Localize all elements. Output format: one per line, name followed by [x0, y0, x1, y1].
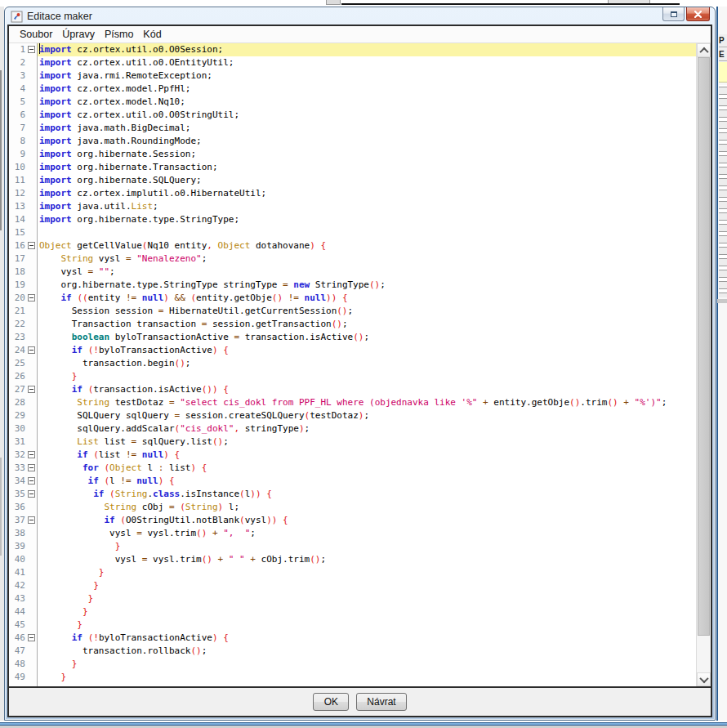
gutter-row: 3 — [9, 69, 37, 83]
code-line[interactable]: } — [38, 658, 696, 671]
fold-toggle-icon[interactable] — [28, 634, 35, 641]
code-line[interactable]: } — [38, 619, 696, 632]
code-line[interactable]: if (transaction.isActive()) { — [38, 383, 696, 396]
code-lines[interactable]: import cz.ortex.util.o0.O0Session;import… — [38, 43, 696, 686]
code-line[interactable]: List list = sqlQuery.list(); — [38, 435, 696, 449]
code-line[interactable]: } — [38, 579, 696, 592]
code-line[interactable]: String vysl = "Nenalezeno"; — [38, 252, 696, 266]
gutter-row: 8 — [9, 135, 37, 148]
code-line[interactable]: vysl = ""; — [38, 266, 696, 279]
fold-toggle-icon[interactable] — [28, 451, 35, 458]
fold-toggle-icon[interactable] — [28, 464, 35, 471]
close-button[interactable] — [686, 7, 710, 21]
code-line[interactable]: import java.util.List; — [38, 200, 696, 213]
gutter: 1234567891011121314151617181920212223242… — [9, 43, 38, 686]
code-editor[interactable]: 1234567891011121314151617181920212223242… — [9, 43, 711, 686]
scrollbar-track[interactable] — [697, 57, 711, 672]
code-line[interactable]: import java.math.RoundingMode; — [38, 135, 696, 148]
line-number: 12 — [9, 187, 26, 200]
code-line[interactable]: if (list != null) { — [38, 449, 696, 462]
fold-toggle-icon[interactable] — [28, 346, 35, 354]
gutter-row: 15 — [9, 226, 37, 239]
code-line[interactable]: for (Object l : list) { — [38, 462, 696, 475]
line-number: 50 — [9, 684, 26, 686]
code-line[interactable]: import cz.ortex.implutil.o0.HibernateUti… — [38, 187, 696, 200]
line-number: 32 — [9, 449, 26, 462]
code-line[interactable]: String cObj = (String) l; — [38, 501, 696, 514]
code-line[interactable]: vysl = vysl.trim() + ", "; — [38, 527, 696, 540]
background-toolbar-fragment: E — [719, 48, 727, 61]
code-line[interactable]: transaction.begin(); — [38, 357, 696, 370]
code-line[interactable]: vysl = vysl.trim() + " " + cObj.trim(); — [38, 553, 696, 566]
gutter-row: 19 — [9, 279, 37, 292]
line-number: 10 — [9, 161, 26, 174]
code-line[interactable]: import org.hibernate.type.StringType; — [38, 213, 696, 226]
code-line[interactable]: Transaction transaction = session.getTra… — [38, 318, 696, 331]
restore-button[interactable] — [662, 7, 685, 21]
line-number: 13 — [9, 200, 26, 213]
code-line[interactable]: sqlQuery.addScalar("cis_dokl", stringTyp… — [38, 422, 696, 435]
code-line[interactable]: import cz.ortex.util.o0.O0Session; — [38, 43, 696, 56]
code-line[interactable]: return vysl; — [38, 684, 696, 686]
fold-toggle-icon[interactable] — [28, 490, 35, 498]
gutter-row: 35 — [9, 488, 37, 501]
code-line[interactable]: if (l != null) { — [38, 475, 696, 488]
fold-toggle-icon[interactable] — [28, 46, 35, 53]
line-number: 42 — [9, 579, 26, 592]
code-line[interactable] — [38, 226, 696, 239]
chevron-up-icon — [699, 47, 708, 56]
code-line[interactable]: if (O0StringUtil.notBlank(vysl)) { — [38, 514, 696, 527]
code-line[interactable]: } — [38, 605, 696, 619]
code-line[interactable]: Object getCellValue(Nq10 entity, Object … — [38, 239, 696, 252]
code-line[interactable]: import cz.ortex.util.o0.O0StringUtil; — [38, 109, 696, 122]
menu-soubor[interactable]: Soubor — [15, 27, 57, 42]
code-line[interactable]: import java.rmi.RemoteException; — [38, 69, 696, 83]
code-line[interactable]: SQLQuery sqlQuery = session.createSQLQue… — [38, 409, 696, 422]
code-line[interactable]: } — [38, 566, 696, 579]
code-line[interactable]: import org.hibernate.Session; — [38, 148, 696, 161]
fold-toggle-icon[interactable] — [28, 516, 35, 524]
code-line[interactable]: import java.math.BigDecimal; — [38, 122, 696, 135]
titlebar[interactable]: Editace maker — [7, 7, 712, 25]
fold-toggle-icon[interactable] — [28, 386, 35, 393]
code-line[interactable]: transaction.rollback(); — [38, 645, 696, 658]
scroll-down-button[interactable] — [697, 672, 711, 686]
vertical-scrollbar[interactable] — [696, 43, 711, 686]
code-line[interactable]: } — [38, 370, 696, 383]
code-line[interactable]: if (!byloTransactionActive) { — [38, 632, 696, 645]
code-line[interactable]: } — [38, 540, 696, 553]
scroll-up-button[interactable] — [697, 43, 711, 57]
code-line[interactable]: Session session = HibernateUtil.getCurre… — [38, 305, 696, 318]
code-line[interactable]: } — [38, 592, 696, 605]
scrollbar-thumb[interactable] — [698, 57, 710, 636]
code-line[interactable]: if ((entity != null) && (entity.getObje(… — [38, 292, 696, 305]
menu-upravy[interactable]: Úpravy — [57, 27, 100, 42]
fold-toggle-icon[interactable] — [28, 294, 35, 301]
menu-kod[interactable]: Kód — [138, 27, 166, 42]
code-line[interactable]: if (String.class.isInstance(l)) { — [38, 488, 696, 501]
line-number: 35 — [9, 488, 26, 501]
line-number: 29 — [9, 409, 26, 422]
code-line[interactable]: boolean byloTransactionActive = transact… — [38, 331, 696, 344]
menu-pismo[interactable]: Písmo — [100, 27, 138, 42]
code-line[interactable]: import org.hibernate.Transaction; — [38, 161, 696, 174]
code-line[interactable]: import cz.ortex.model.PpfHl; — [38, 83, 696, 96]
gutter-row: 17 — [9, 252, 37, 266]
fold-toggle-icon[interactable] — [28, 242, 35, 249]
code-line[interactable]: if (!byloTransactionActive) { — [38, 344, 696, 357]
ok-button[interactable]: OK — [313, 693, 349, 711]
line-number: 37 — [9, 514, 26, 527]
code-line[interactable]: String testDotaz = "select cis_dokl from… — [38, 396, 696, 409]
gutter-row: 29 — [9, 409, 37, 422]
code-line[interactable]: import cz.ortex.util.o0.OEntityUtil; — [38, 56, 696, 69]
background-window-fragment — [326, 0, 341, 5]
navrat-button[interactable]: Návrat — [356, 693, 406, 711]
chevron-down-icon — [699, 673, 708, 682]
code-line[interactable]: import cz.ortex.model.Nq10; — [38, 96, 696, 109]
code-line[interactable]: } — [38, 671, 696, 684]
gutter-row: 31 — [9, 435, 37, 449]
code-line[interactable]: import org.hibernate.SQLQuery; — [38, 174, 696, 187]
gutter-row: 43 — [9, 592, 37, 605]
fold-toggle-icon[interactable] — [28, 477, 35, 485]
code-line[interactable]: org.hibernate.type.StringType stringType… — [38, 279, 696, 292]
